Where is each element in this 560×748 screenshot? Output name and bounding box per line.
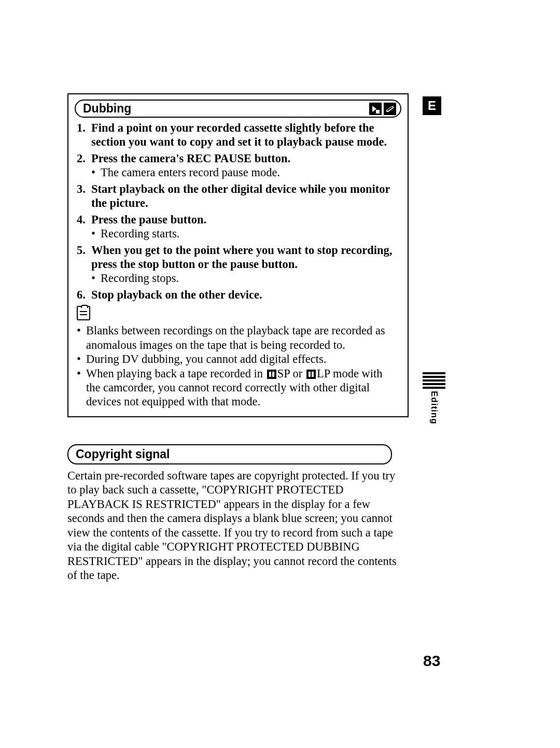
language-badge: E: [423, 96, 441, 115]
step-1: 1. Find a point on your recorded cassett…: [77, 121, 399, 149]
hi8-icon: [267, 370, 276, 379]
page-number: 83: [423, 652, 440, 670]
edit-mode-icon: [384, 103, 396, 115]
copyright-paragraph: Certain pre-recorded software tapes are …: [67, 469, 399, 583]
dubbing-box: Dubbing 1. Find a point on your recorded…: [67, 93, 409, 417]
step-4-text: Press the pause button.: [91, 213, 206, 226]
hi8-icon: [306, 370, 316, 379]
step-6-text: Stop playback on the other device.: [91, 288, 262, 301]
step-5-sub: Recording stops.: [101, 271, 179, 285]
section-tab-bars-icon: [423, 372, 445, 389]
section-tab: Editing: [423, 372, 445, 425]
step-5: 5. When you get to the point where you w…: [77, 243, 399, 286]
dubbing-steps: 1. Find a point on your recorded cassett…: [75, 121, 401, 302]
dubbing-notes: •Blanks between recordings on the playba…: [75, 323, 401, 409]
step-3: 3. Start playback on the other digital d…: [77, 182, 399, 210]
dubbing-heading: Dubbing: [83, 102, 131, 116]
step-4-sub: Recording starts.: [101, 227, 179, 241]
step-6: 6. Stop playback on the other device.: [77, 288, 399, 302]
dubbing-heading-icons: [369, 103, 396, 115]
note-1: Blanks between recordings on the playbac…: [86, 323, 399, 352]
step-4: 4. Press the pause button. •Recording st…: [77, 213, 399, 241]
step-3-text: Start playback on the other digital devi…: [91, 182, 390, 209]
step-2-sub: The camera enters record pause mode.: [101, 165, 280, 179]
section-tab-label: Editing: [429, 391, 439, 425]
playback-mode-icon: [369, 103, 382, 115]
notes-icon: [77, 306, 90, 320]
page: E Editing Dubbing 1. Find a point on you…: [0, 0, 560, 748]
note-2: During DV dubbing, you cannot add digita…: [86, 352, 326, 366]
step-1-text: Find a point on your recorded cassette s…: [91, 121, 387, 148]
note-3: When playing back a tape recorded in SP …: [86, 366, 399, 409]
step-2: 2. Press the camera's REC PAUSE button. …: [77, 151, 399, 180]
dubbing-heading-row: Dubbing: [75, 100, 401, 118]
copyright-heading-row: Copyright signal: [67, 444, 392, 464]
step-2-text: Press the camera's REC PAUSE button.: [91, 152, 290, 165]
step-5-text: When you get to the point where you want…: [91, 244, 392, 271]
copyright-heading: Copyright signal: [76, 447, 170, 461]
